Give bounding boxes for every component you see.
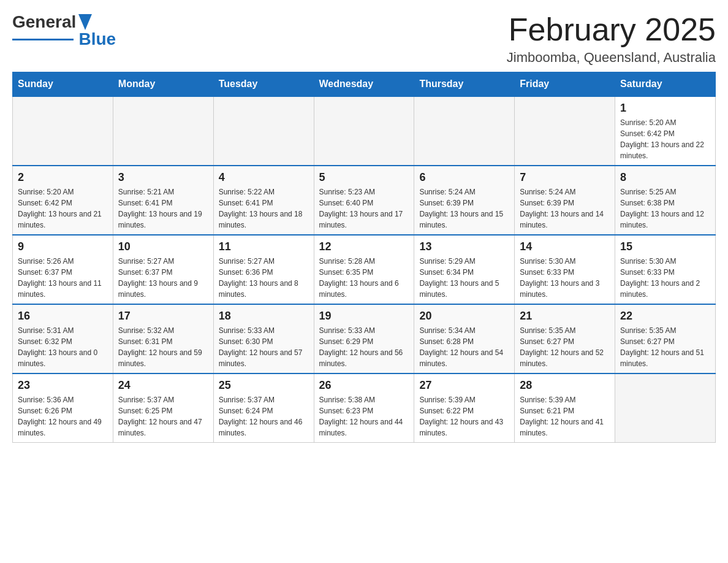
header-row: SundayMondayTuesdayWednesdayThursdayFrid…	[13, 72, 716, 97]
day-info: Sunrise: 5:35 AMSunset: 6:27 PMDaylight:…	[620, 325, 710, 369]
calendar-week-2: 2Sunrise: 5:20 AMSunset: 6:42 PMDaylight…	[13, 166, 716, 235]
day-info: Sunrise: 5:23 AMSunset: 6:40 PMDaylight:…	[319, 186, 409, 231]
day-number: 4	[219, 171, 309, 184]
column-header-monday: Monday	[113, 72, 213, 97]
day-info: Sunrise: 5:21 AMSunset: 6:41 PMDaylight:…	[118, 186, 208, 231]
calendar-week-3: 9Sunrise: 5:26 AMSunset: 6:37 PMDaylight…	[13, 235, 716, 304]
day-number: 17	[118, 310, 208, 323]
day-number: 28	[520, 379, 610, 392]
calendar-cell: 18Sunrise: 5:33 AMSunset: 6:30 PMDayligh…	[213, 304, 314, 373]
day-number: 12	[319, 240, 409, 253]
calendar-cell	[314, 96, 414, 166]
calendar-cell: 23Sunrise: 5:36 AMSunset: 6:26 PMDayligh…	[13, 373, 113, 443]
calendar-cell: 22Sunrise: 5:35 AMSunset: 6:27 PMDayligh…	[615, 304, 716, 373]
day-info: Sunrise: 5:35 AMSunset: 6:27 PMDaylight:…	[520, 325, 610, 369]
day-info: Sunrise: 5:37 AMSunset: 6:24 PMDaylight:…	[219, 394, 309, 439]
calendar-cell: 1Sunrise: 5:20 AMSunset: 6:42 PMDaylight…	[615, 96, 716, 166]
day-info: Sunrise: 5:33 AMSunset: 6:29 PMDaylight:…	[319, 325, 409, 369]
day-number: 2	[18, 171, 108, 184]
logo-triangle-icon	[78, 14, 92, 30]
logo-underline	[12, 39, 74, 40]
calendar-header: SundayMondayTuesdayWednesdayThursdayFrid…	[13, 72, 716, 97]
day-info: Sunrise: 5:26 AMSunset: 6:37 PMDaylight:…	[18, 256, 108, 300]
day-number: 26	[319, 379, 409, 392]
day-number: 16	[18, 310, 108, 323]
day-number: 23	[18, 379, 108, 392]
day-info: Sunrise: 5:20 AMSunset: 6:42 PMDaylight:…	[18, 186, 108, 231]
day-number: 3	[118, 171, 208, 184]
calendar-cell: 14Sunrise: 5:30 AMSunset: 6:33 PMDayligh…	[515, 235, 615, 304]
day-number: 21	[520, 310, 610, 323]
day-info: Sunrise: 5:31 AMSunset: 6:32 PMDaylight:…	[18, 325, 108, 369]
day-info: Sunrise: 5:27 AMSunset: 6:37 PMDaylight:…	[118, 256, 208, 300]
column-header-saturday: Saturday	[615, 72, 716, 97]
day-info: Sunrise: 5:36 AMSunset: 6:26 PMDaylight:…	[18, 394, 108, 439]
calendar-cell: 17Sunrise: 5:32 AMSunset: 6:31 PMDayligh…	[113, 304, 213, 373]
title-block: February 2025 Jimboomba, Queensland, Aus…	[507, 12, 716, 66]
logo: General Blue	[12, 12, 116, 49]
calendar-cell	[414, 96, 515, 166]
day-number: 10	[118, 240, 208, 253]
day-info: Sunrise: 5:24 AMSunset: 6:39 PMDaylight:…	[520, 186, 610, 231]
calendar-cell: 13Sunrise: 5:29 AMSunset: 6:34 PMDayligh…	[414, 235, 515, 304]
column-header-tuesday: Tuesday	[213, 72, 314, 97]
day-number: 9	[18, 240, 108, 253]
column-header-thursday: Thursday	[414, 72, 515, 97]
calendar-cell	[515, 96, 615, 166]
day-info: Sunrise: 5:39 AMSunset: 6:22 PMDaylight:…	[419, 394, 509, 439]
svg-marker-0	[78, 14, 92, 30]
calendar-cell: 7Sunrise: 5:24 AMSunset: 6:39 PMDaylight…	[515, 166, 615, 235]
day-number: 14	[520, 240, 610, 253]
calendar-table: SundayMondayTuesdayWednesdayThursdayFrid…	[12, 72, 716, 443]
calendar-cell: 9Sunrise: 5:26 AMSunset: 6:37 PMDaylight…	[13, 235, 113, 304]
day-info: Sunrise: 5:24 AMSunset: 6:39 PMDaylight:…	[419, 186, 509, 231]
day-info: Sunrise: 5:39 AMSunset: 6:21 PMDaylight:…	[520, 394, 610, 439]
column-header-friday: Friday	[515, 72, 615, 97]
calendar-body: 1Sunrise: 5:20 AMSunset: 6:42 PMDaylight…	[13, 96, 716, 443]
day-number: 8	[620, 171, 710, 184]
day-number: 19	[319, 310, 409, 323]
calendar-cell: 5Sunrise: 5:23 AMSunset: 6:40 PMDaylight…	[314, 166, 414, 235]
day-info: Sunrise: 5:34 AMSunset: 6:28 PMDaylight:…	[419, 325, 509, 369]
day-number: 15	[620, 240, 710, 253]
day-info: Sunrise: 5:37 AMSunset: 6:25 PMDaylight:…	[118, 394, 208, 439]
day-info: Sunrise: 5:29 AMSunset: 6:34 PMDaylight:…	[419, 256, 509, 300]
calendar-cell: 2Sunrise: 5:20 AMSunset: 6:42 PMDaylight…	[13, 166, 113, 235]
calendar-cell: 28Sunrise: 5:39 AMSunset: 6:21 PMDayligh…	[515, 373, 615, 443]
calendar-cell	[113, 96, 213, 166]
calendar-cell: 4Sunrise: 5:22 AMSunset: 6:41 PMDaylight…	[213, 166, 314, 235]
calendar-cell: 20Sunrise: 5:34 AMSunset: 6:28 PMDayligh…	[414, 304, 515, 373]
logo-blue-section	[78, 14, 92, 30]
calendar-week-4: 16Sunrise: 5:31 AMSunset: 6:32 PMDayligh…	[13, 304, 716, 373]
page-title: February 2025	[507, 12, 716, 47]
calendar-cell: 25Sunrise: 5:37 AMSunset: 6:24 PMDayligh…	[213, 373, 314, 443]
day-number: 7	[520, 171, 610, 184]
calendar-cell: 27Sunrise: 5:39 AMSunset: 6:22 PMDayligh…	[414, 373, 515, 443]
day-info: Sunrise: 5:32 AMSunset: 6:31 PMDaylight:…	[118, 325, 208, 369]
day-info: Sunrise: 5:25 AMSunset: 6:38 PMDaylight:…	[620, 186, 710, 231]
calendar-cell: 15Sunrise: 5:30 AMSunset: 6:33 PMDayligh…	[615, 235, 716, 304]
logo-blue-text: Blue	[78, 29, 116, 49]
page-header: General Blue February 2025 Jimboomba, Qu…	[12, 12, 716, 66]
column-header-sunday: Sunday	[13, 72, 113, 97]
day-number: 13	[419, 240, 509, 253]
day-number: 6	[419, 171, 509, 184]
calendar-week-1: 1Sunrise: 5:20 AMSunset: 6:42 PMDaylight…	[13, 96, 716, 166]
day-number: 22	[620, 310, 710, 323]
calendar-cell: 6Sunrise: 5:24 AMSunset: 6:39 PMDaylight…	[414, 166, 515, 235]
calendar-cell	[213, 96, 314, 166]
calendar-cell	[13, 96, 113, 166]
calendar-cell: 3Sunrise: 5:21 AMSunset: 6:41 PMDaylight…	[113, 166, 213, 235]
day-info: Sunrise: 5:30 AMSunset: 6:33 PMDaylight:…	[620, 256, 710, 300]
day-number: 5	[319, 171, 409, 184]
calendar-cell: 19Sunrise: 5:33 AMSunset: 6:29 PMDayligh…	[314, 304, 414, 373]
day-info: Sunrise: 5:33 AMSunset: 6:30 PMDaylight:…	[219, 325, 309, 369]
day-info: Sunrise: 5:30 AMSunset: 6:33 PMDaylight:…	[520, 256, 610, 300]
day-number: 27	[419, 379, 509, 392]
day-number: 18	[219, 310, 309, 323]
day-number: 1	[620, 102, 710, 115]
calendar-cell: 21Sunrise: 5:35 AMSunset: 6:27 PMDayligh…	[515, 304, 615, 373]
day-info: Sunrise: 5:28 AMSunset: 6:35 PMDaylight:…	[319, 256, 409, 300]
calendar-cell: 11Sunrise: 5:27 AMSunset: 6:36 PMDayligh…	[213, 235, 314, 304]
calendar-cell	[615, 373, 716, 443]
